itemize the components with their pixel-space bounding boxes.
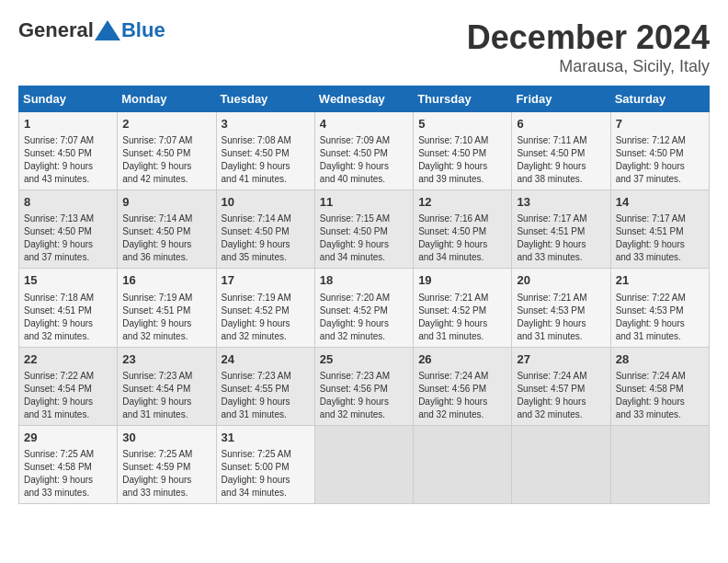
calendar-cell: 16Sunrise: 7:19 AM Sunset: 4:51 PM Dayli…	[118, 269, 216, 347]
calendar-header-row: SundayMondayTuesdayWednesdayThursdayFrid…	[19, 86, 710, 112]
day-number: 21	[616, 272, 704, 289]
day-detail: Sunrise: 7:24 AM Sunset: 4:56 PM Dayligh…	[418, 370, 506, 421]
calendar-week-row: 15Sunrise: 7:18 AM Sunset: 4:51 PM Dayli…	[19, 269, 710, 347]
calendar-cell: 18Sunrise: 7:20 AM Sunset: 4:52 PM Dayli…	[314, 269, 413, 347]
day-detail: Sunrise: 7:11 AM Sunset: 4:50 PM Dayligh…	[517, 134, 605, 186]
day-detail: Sunrise: 7:25 AM Sunset: 4:59 PM Dayligh…	[122, 448, 210, 500]
calendar-cell: 21Sunrise: 7:22 AM Sunset: 4:53 PM Dayli…	[610, 269, 709, 347]
day-number: 24	[222, 351, 310, 368]
calendar-cell: 29Sunrise: 7:25 AM Sunset: 4:58 PM Dayli…	[19, 425, 118, 503]
day-detail: Sunrise: 7:08 AM Sunset: 4:50 PM Dayligh…	[222, 134, 310, 186]
column-header-sunday: Sunday	[19, 86, 118, 112]
calendar-cell: 11Sunrise: 7:15 AM Sunset: 4:50 PM Dayli…	[314, 190, 413, 269]
day-number: 12	[418, 194, 506, 211]
day-number: 7	[616, 116, 704, 132]
day-number: 8	[24, 194, 112, 211]
day-detail: Sunrise: 7:07 AM Sunset: 4:50 PM Dayligh…	[24, 134, 112, 186]
column-header-monday: Monday	[118, 86, 216, 112]
calendar-cell: 8Sunrise: 7:13 AM Sunset: 4:50 PM Daylig…	[19, 190, 118, 269]
day-number: 22	[24, 351, 112, 368]
calendar-week-row: 22Sunrise: 7:22 AM Sunset: 4:54 PM Dayli…	[19, 347, 710, 425]
title-block: December 2024 Marausa, Sicily, Italy	[467, 18, 710, 76]
day-number: 9	[122, 194, 210, 211]
calendar-cell: 10Sunrise: 7:14 AM Sunset: 4:50 PM Dayli…	[216, 190, 314, 269]
day-number: 2	[122, 116, 210, 132]
calendar-cell: 13Sunrise: 7:17 AM Sunset: 4:51 PM Dayli…	[512, 190, 610, 269]
calendar-cell: 23Sunrise: 7:23 AM Sunset: 4:54 PM Dayli…	[118, 347, 216, 425]
day-number: 18	[320, 272, 408, 289]
day-number: 3	[222, 116, 310, 132]
day-detail: Sunrise: 7:25 AM Sunset: 5:00 PM Dayligh…	[222, 448, 310, 500]
day-number: 29	[24, 430, 112, 446]
calendar-week-row: 1Sunrise: 7:07 AM Sunset: 4:50 PM Daylig…	[19, 112, 710, 190]
day-number: 31	[222, 430, 310, 446]
calendar-cell: 14Sunrise: 7:17 AM Sunset: 4:51 PM Dayli…	[610, 190, 709, 269]
day-number: 15	[24, 272, 112, 289]
calendar-cell: 6Sunrise: 7:11 AM Sunset: 4:50 PM Daylig…	[512, 112, 610, 190]
day-detail: Sunrise: 7:18 AM Sunset: 4:51 PM Dayligh…	[24, 292, 112, 343]
column-header-saturday: Saturday	[610, 86, 709, 112]
calendar-cell: 5Sunrise: 7:10 AM Sunset: 4:50 PM Daylig…	[414, 112, 512, 190]
day-detail: Sunrise: 7:22 AM Sunset: 4:54 PM Dayligh…	[24, 370, 112, 421]
calendar-week-row: 29Sunrise: 7:25 AM Sunset: 4:58 PM Dayli…	[19, 425, 710, 503]
day-detail: Sunrise: 7:19 AM Sunset: 4:51 PM Dayligh…	[122, 292, 210, 343]
day-detail: Sunrise: 7:17 AM Sunset: 4:51 PM Dayligh…	[616, 213, 704, 264]
calendar-cell: 9Sunrise: 7:14 AM Sunset: 4:50 PM Daylig…	[118, 190, 216, 269]
calendar-cell: 28Sunrise: 7:24 AM Sunset: 4:58 PM Dayli…	[610, 347, 709, 425]
calendar-cell: 25Sunrise: 7:23 AM Sunset: 4:56 PM Dayli…	[314, 347, 413, 425]
column-header-tuesday: Tuesday	[216, 86, 314, 112]
calendar-week-row: 8Sunrise: 7:13 AM Sunset: 4:50 PM Daylig…	[19, 190, 710, 269]
day-detail: Sunrise: 7:19 AM Sunset: 4:52 PM Dayligh…	[222, 292, 310, 343]
svg-marker-0	[95, 20, 120, 40]
day-detail: Sunrise: 7:12 AM Sunset: 4:50 PM Dayligh…	[616, 134, 704, 186]
column-header-wednesday: Wednesday	[314, 86, 413, 112]
day-number: 27	[517, 351, 605, 368]
page-header: General Blue December 2024 Marausa, Sici…	[18, 18, 710, 76]
day-number: 13	[517, 194, 605, 211]
column-header-friday: Friday	[512, 86, 610, 112]
column-header-thursday: Thursday	[414, 86, 512, 112]
calendar-cell: 12Sunrise: 7:16 AM Sunset: 4:50 PM Dayli…	[414, 190, 512, 269]
day-number: 4	[320, 116, 408, 132]
day-number: 25	[320, 351, 408, 368]
month-title: December 2024	[467, 18, 710, 57]
day-number: 5	[418, 116, 506, 132]
day-detail: Sunrise: 7:07 AM Sunset: 4:50 PM Dayligh…	[122, 134, 210, 186]
day-detail: Sunrise: 7:14 AM Sunset: 4:50 PM Dayligh…	[122, 213, 210, 264]
day-number: 11	[320, 194, 408, 211]
day-detail: Sunrise: 7:21 AM Sunset: 4:53 PM Dayligh…	[517, 292, 605, 343]
day-detail: Sunrise: 7:22 AM Sunset: 4:53 PM Dayligh…	[616, 292, 704, 343]
calendar-cell: 31Sunrise: 7:25 AM Sunset: 5:00 PM Dayli…	[216, 425, 314, 503]
calendar-cell: 7Sunrise: 7:12 AM Sunset: 4:50 PM Daylig…	[610, 112, 709, 190]
day-detail: Sunrise: 7:21 AM Sunset: 4:52 PM Dayligh…	[418, 292, 506, 343]
day-detail: Sunrise: 7:16 AM Sunset: 4:50 PM Dayligh…	[418, 213, 506, 264]
logo-general: General	[18, 18, 94, 42]
day-number: 23	[122, 351, 210, 368]
day-detail: Sunrise: 7:13 AM Sunset: 4:50 PM Dayligh…	[24, 213, 112, 264]
logo: General Blue	[18, 18, 165, 42]
day-number: 14	[616, 194, 704, 211]
day-detail: Sunrise: 7:24 AM Sunset: 4:57 PM Dayligh…	[517, 370, 605, 421]
calendar-cell: 26Sunrise: 7:24 AM Sunset: 4:56 PM Dayli…	[414, 347, 512, 425]
calendar-cell: 3Sunrise: 7:08 AM Sunset: 4:50 PM Daylig…	[216, 112, 314, 190]
day-detail: Sunrise: 7:09 AM Sunset: 4:50 PM Dayligh…	[320, 134, 408, 186]
day-number: 30	[122, 430, 210, 446]
calendar-cell	[610, 425, 709, 503]
day-detail: Sunrise: 7:17 AM Sunset: 4:51 PM Dayligh…	[517, 213, 605, 264]
day-detail: Sunrise: 7:23 AM Sunset: 4:54 PM Dayligh…	[122, 370, 210, 421]
calendar-cell: 2Sunrise: 7:07 AM Sunset: 4:50 PM Daylig…	[118, 112, 216, 190]
day-detail: Sunrise: 7:15 AM Sunset: 4:50 PM Dayligh…	[320, 213, 408, 264]
calendar-cell: 30Sunrise: 7:25 AM Sunset: 4:59 PM Dayli…	[118, 425, 216, 503]
day-number: 1	[24, 116, 112, 132]
calendar-cell	[512, 425, 610, 503]
calendar-cell: 17Sunrise: 7:19 AM Sunset: 4:52 PM Dayli…	[216, 269, 314, 347]
day-number: 20	[517, 272, 605, 289]
day-number: 19	[418, 272, 506, 289]
logo-icon	[95, 20, 120, 40]
calendar-cell: 22Sunrise: 7:22 AM Sunset: 4:54 PM Dayli…	[19, 347, 118, 425]
calendar-cell: 24Sunrise: 7:23 AM Sunset: 4:55 PM Dayli…	[216, 347, 314, 425]
day-number: 6	[517, 116, 605, 132]
day-detail: Sunrise: 7:23 AM Sunset: 4:56 PM Dayligh…	[320, 370, 408, 421]
day-number: 16	[122, 272, 210, 289]
location: Marausa, Sicily, Italy	[467, 57, 710, 76]
